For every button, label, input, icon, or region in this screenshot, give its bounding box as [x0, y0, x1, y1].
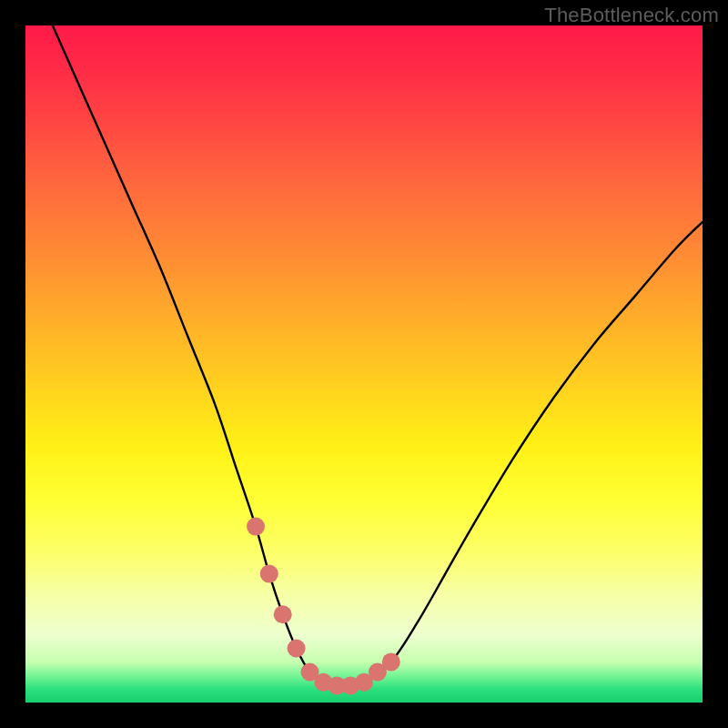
curve-svg: [25, 25, 703, 703]
watermark-text: TheBottleneck.com: [544, 4, 719, 27]
highlight-dot: [382, 652, 400, 671]
highlight-dot: [274, 605, 292, 623]
plot-area: [25, 25, 703, 703]
highlight-dot: [288, 640, 306, 658]
bottleneck-curve: [53, 25, 703, 686]
highlight-dot: [260, 565, 278, 583]
chart-frame: TheBottleneck.com: [0, 0, 728, 728]
highlight-dot: [247, 518, 265, 536]
highlight-dots: [247, 518, 400, 695]
